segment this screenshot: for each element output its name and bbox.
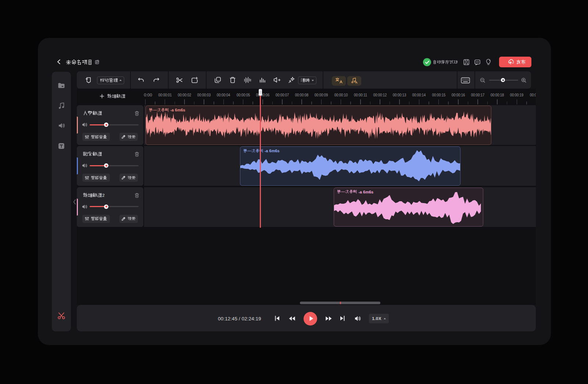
svg-text:2: 2 [102, 193, 104, 197]
